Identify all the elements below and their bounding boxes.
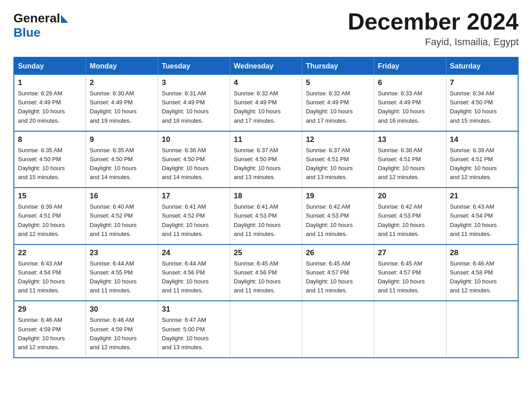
day-info: Sunrise: 6:47 AM Sunset: 5:00 PM Dayligh… — [162, 316, 226, 352]
day-number: 15 — [18, 192, 82, 201]
day-info: Sunrise: 6:40 AM Sunset: 4:52 PM Dayligh… — [90, 202, 154, 239]
day-info: Sunrise: 6:46 AM Sunset: 4:58 PM Dayligh… — [450, 259, 514, 295]
day-number: 1 — [18, 78, 82, 87]
day-cell: 10 Sunrise: 6:36 AM Sunset: 4:50 PM Dayl… — [158, 131, 230, 188]
page-header: General Blue December 2024 Fayid, Ismail… — [13, 9, 519, 48]
day-cell: 26 Sunrise: 6:45 AM Sunset: 4:57 PM Dayl… — [302, 244, 374, 301]
day-info: Sunrise: 6:44 AM Sunset: 4:55 PM Dayligh… — [90, 259, 154, 295]
day-number: 9 — [90, 135, 154, 144]
day-cell: 12 Sunrise: 6:37 AM Sunset: 4:51 PM Dayl… — [302, 131, 374, 188]
day-info: Sunrise: 6:43 AM Sunset: 4:54 PM Dayligh… — [18, 259, 82, 295]
day-number: 30 — [90, 305, 154, 314]
day-info: Sunrise: 6:42 AM Sunset: 4:53 PM Dayligh… — [378, 202, 442, 239]
day-number: 2 — [90, 78, 154, 87]
day-info: Sunrise: 6:41 AM Sunset: 4:52 PM Dayligh… — [162, 202, 226, 239]
day-number: 23 — [90, 248, 154, 257]
day-info: Sunrise: 6:39 AM Sunset: 4:51 PM Dayligh… — [18, 202, 82, 239]
day-cell — [446, 301, 518, 358]
day-cell: 27 Sunrise: 6:45 AM Sunset: 4:57 PM Dayl… — [374, 244, 446, 301]
day-number: 21 — [450, 192, 514, 201]
week-row-1: 1 Sunrise: 6:29 AM Sunset: 4:49 PM Dayli… — [14, 75, 518, 131]
day-number: 18 — [234, 192, 298, 201]
logo-general: General — [13, 11, 60, 26]
day-info: Sunrise: 6:43 AM Sunset: 4:54 PM Dayligh… — [450, 202, 514, 239]
day-number: 26 — [306, 248, 370, 257]
header-friday: Friday — [374, 57, 446, 75]
day-number: 20 — [378, 192, 442, 201]
day-info: Sunrise: 6:42 AM Sunset: 4:53 PM Dayligh… — [306, 202, 370, 239]
day-cell: 5 Sunrise: 6:32 AM Sunset: 4:49 PM Dayli… — [302, 75, 374, 131]
day-cell: 19 Sunrise: 6:42 AM Sunset: 4:53 PM Dayl… — [302, 188, 374, 244]
header-thursday: Thursday — [302, 57, 374, 75]
day-info: Sunrise: 6:46 AM Sunset: 4:59 PM Dayligh… — [90, 316, 154, 352]
day-cell — [302, 301, 374, 358]
day-info: Sunrise: 6:30 AM Sunset: 4:49 PM Dayligh… — [90, 89, 154, 125]
day-cell: 14 Sunrise: 6:39 AM Sunset: 4:51 PM Dayl… — [446, 131, 518, 188]
day-number: 28 — [450, 248, 514, 257]
day-cell: 9 Sunrise: 6:35 AM Sunset: 4:50 PM Dayli… — [86, 131, 158, 188]
day-number: 12 — [306, 135, 370, 144]
day-cell: 24 Sunrise: 6:44 AM Sunset: 4:56 PM Dayl… — [158, 244, 230, 301]
day-number: 16 — [90, 192, 154, 201]
day-info: Sunrise: 6:29 AM Sunset: 4:49 PM Dayligh… — [18, 89, 82, 125]
day-cell: 1 Sunrise: 6:29 AM Sunset: 4:49 PM Dayli… — [14, 75, 86, 131]
day-cell: 8 Sunrise: 6:35 AM Sunset: 4:50 PM Dayli… — [14, 131, 86, 188]
day-number: 5 — [306, 78, 370, 87]
day-cell: 29 Sunrise: 6:46 AM Sunset: 4:59 PM Dayl… — [14, 301, 86, 358]
header-row: SundayMondayTuesdayWednesdayThursdayFrid… — [14, 57, 518, 75]
day-cell: 18 Sunrise: 6:41 AM Sunset: 4:53 PM Dayl… — [230, 188, 302, 244]
day-cell: 23 Sunrise: 6:44 AM Sunset: 4:55 PM Dayl… — [86, 244, 158, 301]
day-number: 29 — [18, 305, 82, 314]
day-info: Sunrise: 6:36 AM Sunset: 4:50 PM Dayligh… — [162, 146, 226, 182]
day-info: Sunrise: 6:34 AM Sunset: 4:50 PM Dayligh… — [450, 89, 514, 125]
day-number: 14 — [450, 135, 514, 144]
day-number: 3 — [162, 78, 226, 87]
day-cell: 21 Sunrise: 6:43 AM Sunset: 4:54 PM Dayl… — [446, 188, 518, 244]
day-info: Sunrise: 6:32 AM Sunset: 4:49 PM Dayligh… — [234, 89, 298, 125]
day-info: Sunrise: 6:38 AM Sunset: 4:51 PM Dayligh… — [378, 146, 442, 182]
header-wednesday: Wednesday — [230, 57, 302, 75]
day-info: Sunrise: 6:44 AM Sunset: 4:56 PM Dayligh… — [162, 259, 226, 295]
day-cell: 20 Sunrise: 6:42 AM Sunset: 4:53 PM Dayl… — [374, 188, 446, 244]
header-sunday: Sunday — [14, 57, 86, 75]
day-number: 11 — [234, 135, 298, 144]
day-number: 7 — [450, 78, 514, 87]
month-title: December 2024 — [348, 9, 519, 34]
header-tuesday: Tuesday — [158, 57, 230, 75]
day-number: 8 — [18, 135, 82, 144]
day-cell: 22 Sunrise: 6:43 AM Sunset: 4:54 PM Dayl… — [14, 244, 86, 301]
day-info: Sunrise: 6:37 AM Sunset: 4:50 PM Dayligh… — [234, 146, 298, 182]
day-cell: 16 Sunrise: 6:40 AM Sunset: 4:52 PM Dayl… — [86, 188, 158, 244]
day-info: Sunrise: 6:45 AM Sunset: 4:57 PM Dayligh… — [306, 259, 370, 295]
day-cell: 6 Sunrise: 6:33 AM Sunset: 4:49 PM Dayli… — [374, 75, 446, 131]
day-info: Sunrise: 6:37 AM Sunset: 4:51 PM Dayligh… — [306, 146, 370, 182]
day-cell: 7 Sunrise: 6:34 AM Sunset: 4:50 PM Dayli… — [446, 75, 518, 131]
day-number: 31 — [162, 305, 226, 314]
day-number: 25 — [234, 248, 298, 257]
day-cell: 28 Sunrise: 6:46 AM Sunset: 4:58 PM Dayl… — [446, 244, 518, 301]
day-number: 4 — [234, 78, 298, 87]
day-number: 17 — [162, 192, 226, 201]
day-info: Sunrise: 6:35 AM Sunset: 4:50 PM Dayligh… — [90, 146, 154, 182]
day-cell: 17 Sunrise: 6:41 AM Sunset: 4:52 PM Dayl… — [158, 188, 230, 244]
location: Fayid, Ismailia, Egypt — [348, 36, 519, 48]
day-cell: 15 Sunrise: 6:39 AM Sunset: 4:51 PM Dayl… — [14, 188, 86, 244]
day-number: 27 — [378, 248, 442, 257]
day-cell: 11 Sunrise: 6:37 AM Sunset: 4:50 PM Dayl… — [230, 131, 302, 188]
week-row-3: 15 Sunrise: 6:39 AM Sunset: 4:51 PM Dayl… — [14, 188, 518, 244]
day-number: 22 — [18, 248, 82, 257]
day-info: Sunrise: 6:45 AM Sunset: 4:56 PM Dayligh… — [234, 259, 298, 295]
logo-arrow-icon — [61, 15, 68, 23]
title-section: December 2024 Fayid, Ismailia, Egypt — [348, 9, 519, 48]
day-info: Sunrise: 6:31 AM Sunset: 4:49 PM Dayligh… — [162, 89, 226, 125]
day-info: Sunrise: 6:39 AM Sunset: 4:51 PM Dayligh… — [450, 146, 514, 182]
logo-blue: Blue — [13, 26, 41, 40]
day-cell — [374, 301, 446, 358]
day-cell: 25 Sunrise: 6:45 AM Sunset: 4:56 PM Dayl… — [230, 244, 302, 301]
day-info: Sunrise: 6:41 AM Sunset: 4:53 PM Dayligh… — [234, 202, 298, 239]
day-info: Sunrise: 6:33 AM Sunset: 4:49 PM Dayligh… — [378, 89, 442, 125]
day-number: 24 — [162, 248, 226, 257]
header-saturday: Saturday — [446, 57, 518, 75]
day-cell — [230, 301, 302, 358]
day-number: 6 — [378, 78, 442, 87]
